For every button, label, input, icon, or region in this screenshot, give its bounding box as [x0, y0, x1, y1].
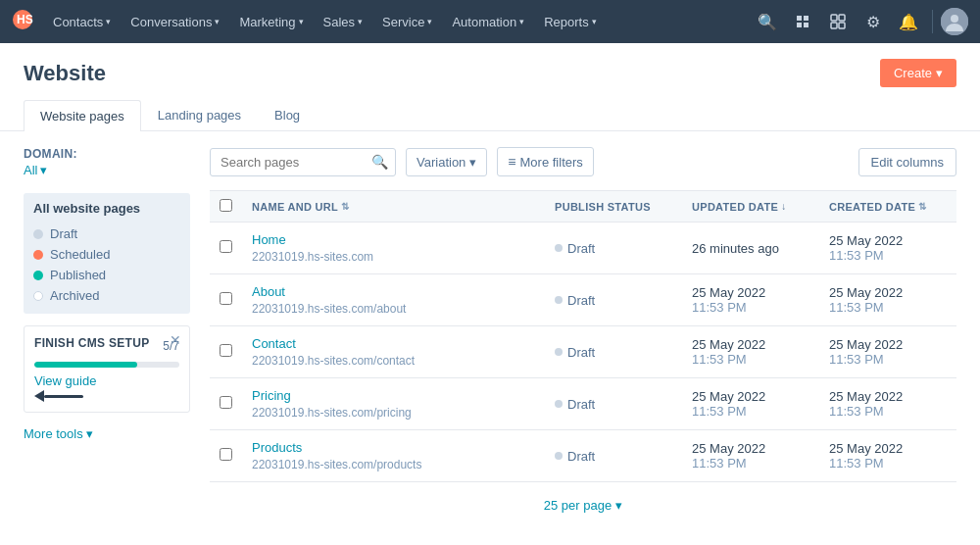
more-tools-button[interactable]: More tools ▾ — [24, 426, 190, 441]
col-header-name[interactable]: NAME AND URL ⇅ — [242, 191, 545, 223]
user-avatar[interactable] — [941, 8, 968, 35]
more-filters-button[interactable]: ≡ More filters — [497, 147, 593, 176]
per-page-button[interactable]: 25 per page ▾ — [544, 498, 622, 513]
table-row: About 22031019.hs-sites.com/about Draft … — [210, 274, 956, 326]
chevron-down-icon: ▾ — [106, 17, 111, 26]
tab-website-pages[interactable]: Website pages — [24, 100, 141, 131]
row-status-cell: Draft — [545, 274, 682, 326]
row-checkbox[interactable] — [220, 396, 232, 409]
page-url: 22031019.hs-sites.com/about — [252, 302, 406, 316]
status-dot-icon — [555, 452, 563, 460]
status-dot-icon — [555, 296, 563, 304]
row-checkbox-cell — [210, 326, 242, 378]
chevron-down-icon: ▾ — [215, 17, 220, 26]
page-url: 22031019.hs-sites.com/products — [252, 458, 421, 471]
nav-reports[interactable]: Reports ▾ — [536, 11, 605, 33]
col-header-checkbox — [210, 191, 242, 223]
settings-icon[interactable]: ⚙ — [858, 6, 889, 37]
row-checkbox[interactable] — [220, 240, 232, 253]
nav-sales[interactable]: Sales ▾ — [316, 11, 371, 33]
row-updated-cell: 25 May 202211:53 PM — [682, 326, 819, 378]
filters-bar: 🔍 Variation ▾ ≡ More filters Edit column… — [210, 147, 956, 176]
svg-point-7 — [951, 15, 958, 23]
filter-archived[interactable]: Archived — [33, 285, 180, 306]
select-all-checkbox[interactable] — [220, 199, 232, 212]
row-name-cell: Products 22031019.hs-sites.com/products — [242, 430, 545, 482]
page-header: Website Create ▾ Website pages Landing p… — [0, 43, 980, 131]
pages-table: NAME AND URL ⇅ PUBLISH STATUS UPDATED DA… — [210, 190, 956, 482]
svg-rect-5 — [839, 23, 845, 28]
sort-desc-icon: ↓ — [781, 201, 786, 212]
create-button[interactable]: Create ▾ — [880, 59, 956, 87]
page-name-link[interactable]: Contact — [252, 336, 535, 351]
notifications-icon[interactable]: 🔔 — [893, 6, 924, 37]
status-text: Draft — [567, 293, 595, 308]
nav-automation[interactable]: Automation ▾ — [444, 11, 532, 33]
row-checkbox[interactable] — [220, 292, 232, 305]
page-name-link[interactable]: About — [252, 284, 535, 299]
cms-setup-box: ✕ FINISH CMS SETUP 5/7 View guide — [24, 325, 190, 413]
body-layout: Domain: All ▾ All website pages Draft Sc… — [0, 131, 980, 544]
col-header-created[interactable]: CREATED DATE ⇅ — [819, 191, 956, 223]
row-checkbox-cell — [210, 378, 242, 430]
nav-contacts[interactable]: Contacts ▾ — [45, 11, 119, 33]
row-checkbox[interactable] — [220, 448, 232, 461]
page-name-link[interactable]: Products — [252, 440, 535, 455]
tab-blog[interactable]: Blog — [258, 99, 317, 130]
pagination-row: 25 per page ▾ — [210, 482, 956, 528]
main-content: Website Create ▾ Website pages Landing p… — [0, 43, 980, 545]
marketplace-icon[interactable] — [787, 6, 818, 37]
row-name-cell: Pricing 22031019.hs-sites.com/pricing — [242, 378, 545, 430]
page-url: 22031019.hs-sites.com/pricing — [252, 406, 412, 420]
close-icon[interactable]: ✕ — [170, 332, 181, 348]
filter-published[interactable]: Published — [33, 265, 180, 285]
row-checkbox-cell — [210, 274, 242, 326]
page-tabs: Website pages Landing pages Blog — [24, 99, 956, 130]
top-navigation: HS Contacts ▾ Conversations ▾ Marketing … — [0, 0, 980, 43]
table-row: Contact 22031019.hs-sites.com/contact Dr… — [210, 326, 956, 378]
status-text: Draft — [567, 397, 595, 412]
search-input[interactable] — [210, 148, 396, 176]
status-badge: Draft — [555, 241, 672, 256]
page-filter-section: All website pages Draft Scheduled Publis… — [24, 193, 190, 314]
filter-draft[interactable]: Draft — [33, 223, 180, 244]
page-name-link[interactable]: Home — [252, 232, 535, 247]
page-title: Website — [24, 61, 106, 86]
search-icon[interactable]: 🔍 — [752, 6, 783, 37]
apps-icon[interactable] — [822, 6, 854, 37]
tab-landing-pages[interactable]: Landing pages — [141, 99, 258, 130]
variation-filter-button[interactable]: Variation ▾ — [406, 148, 487, 176]
sort-icon: ⇅ — [918, 201, 926, 212]
arrow-line-icon — [44, 395, 83, 398]
svg-text:HS: HS — [17, 13, 33, 26]
status-badge: Draft — [555, 345, 672, 360]
hubspot-logo[interactable]: HS — [12, 9, 33, 35]
nav-service[interactable]: Service ▾ — [374, 11, 440, 33]
sort-icon: ⇅ — [341, 201, 349, 212]
cms-progress-bar — [34, 362, 179, 368]
col-header-updated[interactable]: UPDATED DATE ↓ — [682, 191, 819, 223]
row-status-cell: Draft — [545, 326, 682, 378]
filter-scheduled[interactable]: Scheduled — [33, 244, 180, 265]
row-status-cell: Draft — [545, 430, 682, 482]
guide-arrow-indicator — [34, 390, 179, 402]
page-name-link[interactable]: Pricing — [252, 388, 535, 403]
edit-columns-button[interactable]: Edit columns — [858, 148, 956, 176]
chevron-down-icon: ▾ — [469, 155, 476, 170]
nav-marketing[interactable]: Marketing ▾ — [231, 11, 311, 33]
chevron-down-icon: ▾ — [936, 66, 943, 80]
row-checkbox[interactable] — [220, 344, 232, 357]
scheduled-dot — [33, 250, 43, 260]
status-text: Draft — [567, 449, 595, 464]
col-header-status: PUBLISH STATUS — [545, 191, 682, 223]
view-guide-link[interactable]: View guide — [34, 373, 179, 388]
chevron-down-icon: ▾ — [86, 426, 93, 441]
status-text: Draft — [567, 241, 595, 256]
nav-conversations[interactable]: Conversations ▾ — [122, 11, 227, 33]
row-updated-cell: 25 May 202211:53 PM — [682, 430, 819, 482]
domain-filter[interactable]: All ▾ — [24, 163, 190, 177]
row-updated-cell: 25 May 202211:53 PM — [682, 274, 819, 326]
search-icon[interactable]: 🔍 — [371, 154, 388, 170]
published-dot — [33, 271, 43, 280]
page-url: 22031019.hs-sites.com — [252, 250, 373, 264]
